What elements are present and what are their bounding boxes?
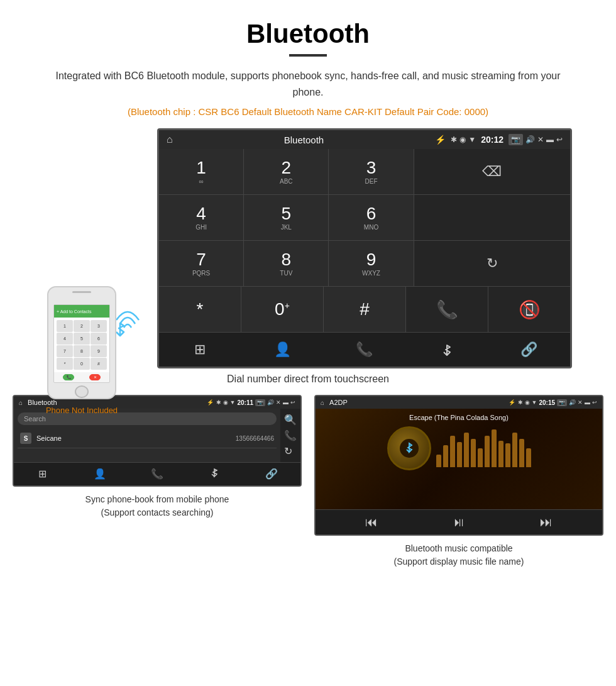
dialpad-row-4: * 0+ # 📞 📵: [159, 287, 570, 332]
phone-screen: + Add to Contacts 1 2 3 4 5 6 7 8 9 * 0: [53, 304, 110, 382]
pb-bt-bottom-icon[interactable]: [186, 463, 243, 485]
phone-key: 5: [74, 333, 90, 345]
dial-key-1[interactable]: 1 ∞: [159, 149, 244, 194]
camera-status-icon: 📷: [509, 134, 523, 145]
dial-key-refresh[interactable]: ↻: [414, 241, 570, 286]
music-bar: [450, 436, 455, 467]
phone-key: 1: [57, 320, 73, 332]
pb-refresh-icon[interactable]: ↻: [284, 445, 297, 457]
pb-contact-icon[interactable]: 👤: [71, 463, 128, 485]
dial-key-0[interactable]: 0+: [241, 287, 324, 332]
pb-sig-icon: ▼: [230, 399, 236, 406]
status-icons: ✱ ◉ ▼ 20:12 📷 🔊 ✕ ▬ ↩: [451, 134, 563, 145]
phone-key: 2: [74, 320, 90, 332]
music-bar: [443, 445, 448, 467]
dial-key-hash[interactable]: #: [324, 287, 406, 332]
mu-usb-icon: ⚡: [509, 399, 515, 406]
pb-usb-icon: ⚡: [207, 399, 214, 406]
mu-cam-icon: 📷: [557, 399, 567, 406]
dial-key-3[interactable]: 3 DEF: [329, 149, 414, 194]
mu-bt-icon: ✱: [518, 399, 523, 406]
dialpad-row-1: 1 ∞ 2 ABC 3 DEF ⌫: [159, 149, 570, 195]
dial-key-2[interactable]: 2 ABC: [244, 149, 329, 194]
music-screen: ⌂ A2DP ⚡ ✱ ◉ ▼ 20:15 📷 🔊 ✕ ▬ ↩ Escape (T…: [314, 395, 603, 536]
screen-bottom-bar: ⊞ 👤 📞 🔗: [159, 332, 570, 367]
pb-close-icon: ✕: [276, 399, 281, 406]
pb-back-icon: ↩: [290, 399, 295, 406]
phone-not-included-label: Phone Not Included: [25, 406, 138, 415]
pb-loc-icon: ◉: [223, 399, 228, 406]
music-content: [387, 426, 531, 470]
bottom-link-icon[interactable]: 🔗: [488, 333, 570, 367]
contact-row[interactable]: S Seicane 13566664466: [18, 429, 277, 448]
pb-status-icons: ✱ ◉ ▼ 20:11 📷 🔊 ✕ ▬ ↩: [216, 399, 296, 406]
music-controls: ⏮ ⏯ ⏭: [316, 509, 602, 534]
screen-time: 20:12: [481, 135, 503, 145]
page-title: Bluetooth: [0, 0, 616, 54]
dial-key-7[interactable]: 7 PQRS: [159, 241, 244, 286]
music-bar: [519, 439, 524, 467]
bluetooth-status-icon: ✱: [451, 135, 457, 144]
bottom-grid-icon[interactable]: ⊞: [159, 333, 241, 367]
dial-key-6[interactable]: 6 MNO: [329, 195, 414, 240]
pb-link-icon[interactable]: 🔗: [243, 463, 300, 485]
phone-key: 8: [74, 345, 90, 357]
pb-search-icon[interactable]: 🔍: [284, 414, 297, 426]
signal-icon: ▼: [468, 135, 476, 144]
pb-phone-icon[interactable]: 📞: [128, 463, 185, 485]
dial-key-8[interactable]: 8 TUV: [244, 241, 329, 286]
music-equalizer: [436, 429, 531, 467]
bottom-contact-icon[interactable]: 👤: [241, 333, 324, 367]
pb-grid-icon[interactable]: ⊞: [14, 463, 71, 485]
music-bar: [485, 436, 490, 467]
pb-vol-icon: 🔊: [267, 399, 274, 406]
phone-key: 6: [91, 333, 107, 345]
phone-screen-body: 1 2 3 4 5 6 7 8 9 * 0 #: [54, 318, 109, 372]
volume-icon: 🔊: [525, 135, 535, 144]
mu-sig-icon: ▼: [532, 399, 537, 406]
dial-key-call[interactable]: 📞: [406, 287, 488, 332]
music-bar: [498, 441, 503, 467]
dial-key-5[interactable]: 5 JKL: [244, 195, 329, 240]
screen-bluetooth-label: Bluetooth: [178, 135, 431, 145]
dialpad: 1 ∞ 2 ABC 3 DEF ⌫: [159, 149, 570, 332]
main-status-bar: ⌂ Bluetooth ⚡ ✱ ◉ ▼ 20:12 📷 🔊 ✕ ▬ ↩: [159, 130, 570, 149]
mu-home-icon: ⌂: [321, 399, 324, 406]
contact-letter: S: [20, 433, 31, 444]
dial-key-9[interactable]: 9 WXYZ: [329, 241, 414, 286]
phone-key: 0: [74, 358, 90, 370]
pb-call-icon[interactable]: 📞: [284, 429, 297, 441]
music-album-inner: [400, 439, 419, 458]
music-play-pause-btn[interactable]: ⏯: [453, 515, 465, 529]
phone-home-button: [75, 385, 89, 398]
dial-key-4[interactable]: 4 GHI: [159, 195, 244, 240]
pb-win-icon: ▬: [283, 399, 289, 406]
dialpad-row-2: 4 GHI 5 JKL 6 MNO: [159, 195, 570, 241]
dial-key-empty-1: [414, 195, 570, 240]
dial-key-star[interactable]: *: [159, 287, 241, 332]
music-bar: [526, 448, 531, 467]
music-body: Escape (The Pina Colada Song): [316, 409, 602, 509]
mu-win-icon: ▬: [585, 399, 590, 406]
subtitle: Integrated with BC6 Bluetooth module, su…: [0, 68, 616, 106]
contact-number: 13566664466: [236, 435, 274, 442]
music-bar: [436, 455, 441, 467]
pb-home-icon: ⌂: [19, 399, 23, 406]
pb-time: 20:11: [237, 399, 253, 406]
dial-key-backspace[interactable]: ⌫: [414, 149, 570, 194]
phonebook-body: Search S Seicane 13566664466: [14, 409, 280, 462]
pb-cam-icon: 📷: [255, 399, 265, 406]
phonebook-body-container: Search S Seicane 13566664466 🔍 📞 ↻: [14, 409, 300, 462]
music-prev-btn[interactable]: ⏮: [365, 515, 378, 529]
music-bar: [512, 433, 517, 467]
music-status-bar: ⌂ A2DP ⚡ ✱ ◉ ▼ 20:15 📷 🔊 ✕ ▬ ↩: [316, 396, 602, 409]
music-bar: [478, 448, 483, 467]
bottom-bt-icon[interactable]: [405, 333, 488, 367]
phone-key: 7: [57, 345, 73, 357]
bottom-phone-icon[interactable]: 📞: [324, 333, 406, 367]
music-next-btn[interactable]: ⏭: [540, 515, 553, 529]
music-bar: [492, 429, 497, 467]
dial-key-end[interactable]: 📵: [488, 287, 570, 332]
mu-status-icons: ✱ ◉ ▼ 20:15 📷 🔊 ✕ ▬ ↩: [518, 399, 598, 406]
music-album-art: [387, 426, 431, 470]
